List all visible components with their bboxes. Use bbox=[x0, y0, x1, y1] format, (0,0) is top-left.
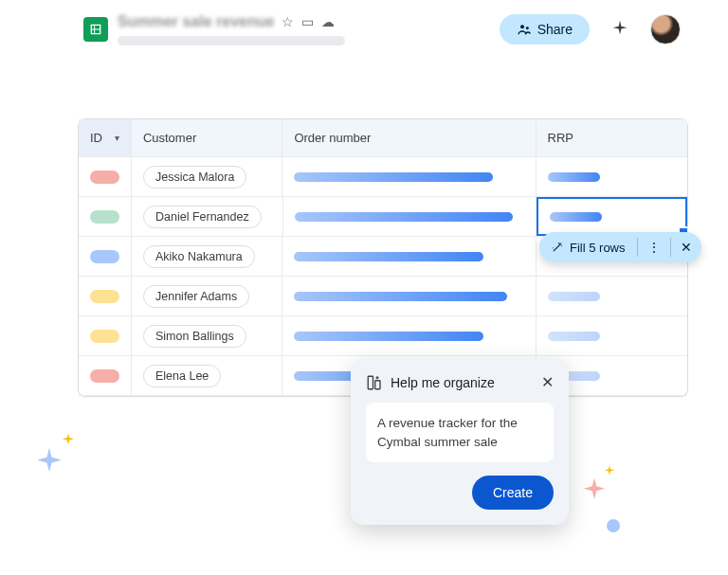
rrp-value-bar bbox=[548, 172, 600, 182]
table-row: Jessica Malora bbox=[79, 157, 687, 197]
help-organize-panel: Help me organize ✕ A revenue tracker for… bbox=[351, 358, 569, 525]
customer-chip[interactable]: Elena Lee bbox=[143, 365, 221, 387]
avatar[interactable] bbox=[650, 14, 681, 45]
decorative-sparkle-icon bbox=[33, 445, 65, 477]
order-value-bar bbox=[294, 292, 507, 301]
cell-customer[interactable]: Daniel Fernandez bbox=[132, 197, 283, 236]
decorative-dot bbox=[607, 519, 620, 532]
magic-wand-icon bbox=[551, 241, 564, 254]
header-row: ID ▾ Customer Order number RRP bbox=[79, 119, 687, 157]
fill-rows-popup: Fill 5 rows ⋮ ✕ bbox=[539, 232, 701, 262]
cell-customer[interactable]: Jennifer Adams bbox=[132, 277, 282, 315]
cell-id[interactable] bbox=[79, 277, 132, 315]
star-icon[interactable]: ☆ bbox=[282, 14, 294, 29]
header-order[interactable]: Order number bbox=[282, 119, 536, 156]
id-pill bbox=[90, 290, 119, 303]
cell-id[interactable] bbox=[79, 237, 132, 276]
cell-customer[interactable]: Jessica Malora bbox=[132, 157, 282, 196]
fill-rows-label: Fill 5 rows bbox=[570, 241, 626, 255]
order-value-bar bbox=[294, 172, 493, 182]
cell-customer[interactable]: Akiko Nakamura bbox=[132, 237, 282, 276]
fill-rows-button[interactable]: Fill 5 rows bbox=[539, 233, 637, 262]
cell-customer[interactable]: Elena Lee bbox=[132, 356, 282, 395]
id-pill bbox=[90, 330, 119, 343]
header-id[interactable]: ID ▾ bbox=[79, 119, 132, 156]
rrp-value-bar bbox=[548, 332, 600, 341]
svg-point-5 bbox=[526, 27, 529, 29]
close-button[interactable]: ✕ bbox=[541, 373, 554, 391]
header-customer[interactable]: Customer bbox=[132, 119, 283, 156]
order-value-bar bbox=[295, 212, 513, 222]
cell-order[interactable] bbox=[282, 277, 536, 315]
id-pill bbox=[90, 369, 119, 383]
order-value-bar bbox=[294, 332, 483, 341]
table-row: Jennifer Adams bbox=[79, 277, 687, 316]
cell-rrp[interactable] bbox=[537, 277, 687, 315]
id-pill bbox=[90, 250, 119, 263]
id-pill bbox=[90, 210, 119, 224]
cell-id[interactable] bbox=[79, 157, 132, 196]
cell-customer[interactable]: Simon Ballings bbox=[132, 316, 282, 355]
fill-close-button[interactable]: ✕ bbox=[671, 232, 701, 262]
decorative-sparkle-icon bbox=[603, 464, 616, 477]
top-bar: Summer sale revenue ☆ ▭ ☁ Share bbox=[0, 0, 728, 53]
share-button[interactable]: Share bbox=[500, 14, 590, 45]
cell-order[interactable] bbox=[283, 197, 537, 236]
create-button[interactable]: Create bbox=[472, 476, 554, 510]
customer-chip[interactable]: Simon Ballings bbox=[143, 325, 246, 348]
customer-chip[interactable]: Daniel Fernandez bbox=[143, 206, 262, 228]
rrp-value-bar bbox=[548, 292, 600, 301]
svg-rect-6 bbox=[368, 376, 373, 389]
organize-icon bbox=[366, 374, 383, 391]
decorative-sparkle-icon bbox=[61, 432, 76, 447]
header-id-label: ID bbox=[90, 131, 102, 145]
decorative-sparkle-icon bbox=[580, 476, 609, 504]
customer-chip[interactable]: Akiko Nakamura bbox=[143, 245, 255, 268]
svg-rect-7 bbox=[375, 380, 380, 388]
cell-rrp[interactable] bbox=[537, 157, 687, 196]
cell-order[interactable] bbox=[282, 316, 536, 355]
cell-rrp[interactable] bbox=[537, 197, 687, 236]
organize-title: Help me organize bbox=[391, 375, 495, 390]
selected-cell[interactable] bbox=[537, 197, 687, 236]
menu-placeholder bbox=[118, 36, 345, 45]
cloud-icon[interactable]: ☁ bbox=[321, 14, 335, 29]
cell-id[interactable] bbox=[79, 356, 132, 395]
folder-icon[interactable]: ▭ bbox=[301, 14, 314, 29]
table-row: Daniel Fernandez bbox=[79, 197, 687, 237]
people-icon bbox=[517, 22, 532, 37]
cell-rrp[interactable] bbox=[537, 316, 687, 355]
title-area: Summer sale revenue ☆ ▭ ☁ bbox=[118, 13, 490, 45]
filter-icon[interactable]: ▾ bbox=[115, 133, 119, 143]
cell-order[interactable] bbox=[282, 157, 536, 196]
id-pill bbox=[90, 171, 119, 184]
app-sheets-icon bbox=[83, 17, 108, 42]
svg-point-4 bbox=[520, 25, 524, 28]
share-label: Share bbox=[537, 22, 573, 37]
gemini-sparkle-icon[interactable] bbox=[605, 14, 635, 45]
document-title[interactable]: Summer sale revenue bbox=[118, 13, 274, 30]
cell-id[interactable] bbox=[79, 197, 132, 236]
customer-chip[interactable]: Jennifer Adams bbox=[143, 285, 249, 308]
order-value-bar bbox=[294, 252, 483, 261]
customer-chip[interactable]: Jessica Malora bbox=[143, 166, 246, 189]
cell-id[interactable] bbox=[79, 316, 132, 355]
cell-order[interactable] bbox=[282, 237, 536, 276]
header-rrp[interactable]: RRP bbox=[537, 119, 688, 156]
table-row: Simon Ballings bbox=[79, 316, 687, 356]
fill-more-button[interactable]: ⋮ bbox=[638, 232, 670, 262]
organize-prompt[interactable]: A revenue tracker for the Cymbal summer … bbox=[366, 403, 554, 462]
